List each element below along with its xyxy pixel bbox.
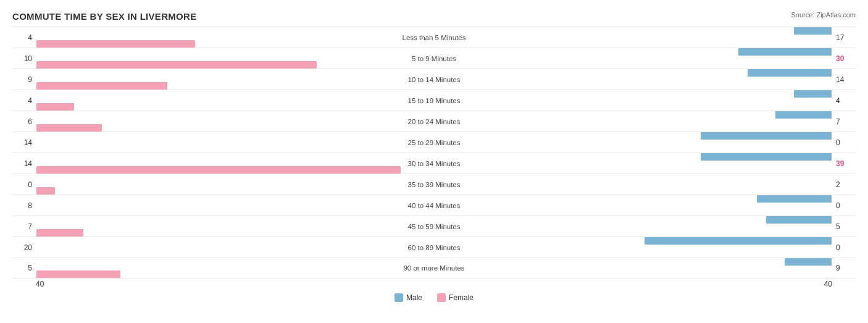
female-bar-wrap: [36, 187, 832, 195]
male-bar: [775, 111, 832, 119]
male-bar-wrap: [36, 48, 832, 56]
female-color-box: [437, 293, 446, 302]
female-bar: [36, 271, 120, 278]
bar-row: 0 35 to 39 Minutes 2: [12, 174, 856, 195]
male-value: 20: [12, 243, 36, 252]
male-bar-wrap: [36, 195, 832, 203]
male-bar: [645, 237, 832, 245]
male-bar: [766, 216, 832, 224]
female-value: 39: [832, 159, 856, 168]
bars-center: Less than 5 Minutes: [36, 27, 832, 48]
source-text: Source: ZipAtlas.com: [791, 11, 856, 19]
male-value: 10: [12, 54, 36, 63]
bar-row: 8 40 to 44 Minutes 0: [12, 195, 856, 216]
row-label: 20 to 24 Minutes: [407, 118, 460, 125]
male-bar: [738, 48, 832, 56]
male-bar-wrap: [36, 69, 832, 77]
female-bar-wrap: [36, 250, 832, 258]
male-bar: [757, 195, 832, 203]
male-bar-wrap: [36, 258, 832, 266]
bars-center: 35 to 39 Minutes: [36, 174, 832, 195]
bar-row: 14 25 to 29 Minutes 0: [12, 132, 856, 153]
row-label: 25 to 29 Minutes: [407, 139, 460, 146]
bar-row: 10 5 to 9 Minutes 30: [12, 48, 856, 69]
bars-center: 90 or more Minutes: [36, 258, 832, 278]
female-value: 2: [832, 180, 856, 189]
female-value: 4: [832, 96, 856, 105]
bottom-left-label: 40: [36, 280, 44, 288]
male-value: 4: [12, 96, 36, 105]
bar-row: 20 60 to 89 Minutes 0: [12, 237, 856, 258]
row-label: 60 to 89 Minutes: [407, 244, 460, 251]
male-bar: [748, 69, 832, 77]
bar-row: 4 15 to 19 Minutes 4: [12, 90, 856, 111]
male-color-box: [394, 293, 403, 302]
row-label: Less than 5 Minutes: [403, 34, 466, 41]
bars-center: 20 to 24 Minutes: [36, 111, 832, 132]
female-bar-wrap: [36, 103, 832, 111]
male-value: 5: [12, 264, 36, 272]
female-bar-wrap: [36, 271, 832, 278]
male-bar-wrap: [36, 27, 832, 35]
female-bar: [36, 61, 317, 69]
legend-female: Female: [437, 293, 474, 302]
female-bar-wrap: [36, 124, 832, 132]
male-bar: [794, 27, 832, 35]
female-bar: [36, 124, 102, 132]
chart-container: COMMUTE TIME BY SEX IN LIVERMORE Source:…: [0, 0, 868, 323]
female-bar-wrap: [36, 40, 832, 48]
male-bar-wrap: [36, 237, 832, 245]
row-label: 40 to 44 Minutes: [407, 202, 460, 209]
male-bar: [701, 153, 832, 161]
male-value: 7: [12, 222, 36, 231]
row-label: 30 to 34 Minutes: [407, 160, 460, 167]
bars-center: 60 to 89 Minutes: [36, 237, 832, 258]
female-value: 30: [832, 54, 856, 63]
rows-area: 4 Less than 5 Minutes 17 10: [12, 27, 856, 279]
female-bar: [36, 82, 167, 90]
female-value: 17: [832, 33, 856, 42]
female-value: 14: [832, 75, 856, 84]
female-bar-wrap: [36, 208, 832, 216]
male-value: 14: [12, 138, 36, 147]
female-bar-wrap: [36, 229, 832, 237]
female-bar: [36, 103, 74, 111]
bottom-labels: 40 40: [12, 280, 856, 288]
male-bar: [701, 132, 832, 140]
female-bar: [36, 166, 401, 174]
bars-center: 5 to 9 Minutes: [36, 48, 832, 69]
female-value: 0: [832, 201, 856, 210]
row-label: 35 to 39 Minutes: [407, 181, 460, 188]
female-value: 9: [832, 264, 856, 272]
bars-center: 15 to 19 Minutes: [36, 90, 832, 111]
bar-row: 5 90 or more Minutes 9: [12, 258, 856, 279]
bar-row: 9 10 to 14 Minutes 14: [12, 69, 856, 90]
bar-row: 6 20 to 24 Minutes 7: [12, 111, 856, 132]
bars-center: 10 to 14 Minutes: [36, 69, 832, 90]
legend: Male Female: [12, 293, 856, 302]
male-bar-wrap: [36, 174, 832, 182]
male-label: Male: [406, 293, 422, 302]
male-value: 4: [12, 33, 36, 42]
bar-row: 7 45 to 59 Minutes 5: [12, 216, 856, 237]
male-value: 14: [12, 159, 36, 168]
chart-title: COMMUTE TIME BY SEX IN LIVERMORE: [12, 11, 856, 22]
bars-center: 25 to 29 Minutes: [36, 132, 832, 153]
bar-row: 14 30 to 34 Minutes 39: [12, 153, 856, 174]
female-bar-wrap: [36, 166, 832, 174]
bars-center: 45 to 59 Minutes: [36, 216, 832, 237]
female-bar-wrap: [36, 61, 832, 69]
bottom-right-label: 40: [824, 280, 832, 288]
male-bar-wrap: [36, 216, 832, 224]
female-value: 7: [832, 117, 856, 126]
male-value: 9: [12, 75, 36, 84]
female-bar: [36, 187, 55, 195]
female-value: 5: [832, 222, 856, 231]
row-label: 5 to 9 Minutes: [412, 55, 456, 62]
female-value: 0: [832, 138, 856, 147]
female-bar-wrap: [36, 145, 832, 153]
row-label: 15 to 19 Minutes: [407, 97, 460, 104]
male-bar: [794, 90, 832, 98]
row-label: 10 to 14 Minutes: [407, 76, 460, 83]
row-label: 45 to 59 Minutes: [407, 223, 460, 230]
